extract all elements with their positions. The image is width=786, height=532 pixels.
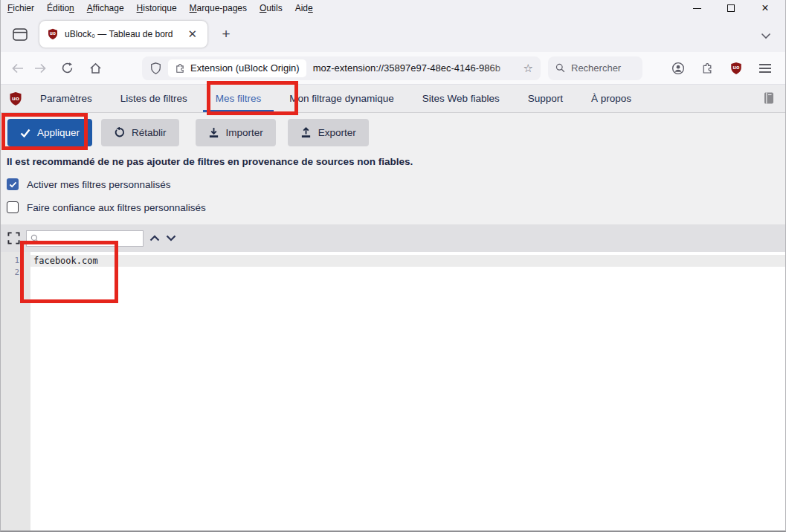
minimize-icon [693, 8, 701, 9]
new-tab-button[interactable]: + [215, 23, 237, 45]
import-button-label: Importer [226, 127, 263, 138]
export-button-label: Exporter [318, 127, 356, 138]
tab-strip: uo uBlock₀ — Tableau de bord ✕ + [1, 16, 785, 52]
line-number: 1 [1, 255, 30, 267]
untrusted-sources-warning: Il est recommandé de ne pas ajouter de f… [7, 156, 785, 167]
close-tab-button[interactable]: ✕ [184, 27, 200, 41]
book-icon [761, 91, 776, 106]
back-arrow-icon [12, 63, 24, 74]
window-controls: × [689, 1, 773, 15]
export-button[interactable]: Exporter [288, 119, 369, 146]
application-menu: Fichier Édition Affichage Historique Mar… [7, 3, 313, 13]
menu-edition[interactable]: Édition [47, 3, 74, 13]
search-input[interactable] [571, 62, 631, 74]
enable-my-filters-checkbox[interactable] [7, 178, 19, 190]
svg-text:uo: uo [12, 94, 19, 101]
hamburger-menu-icon [759, 64, 771, 73]
import-icon [208, 127, 219, 138]
tab-mon-filtrage-dynamique[interactable]: Mon filtrage dynamique [277, 85, 406, 112]
reload-icon [61, 62, 74, 74]
menu-affichage[interactable]: Affichage [87, 3, 124, 13]
extensions-button[interactable] [696, 57, 718, 80]
svg-text:uo: uo [50, 30, 56, 36]
reload-button[interactable] [56, 57, 78, 80]
ublock-toolbar-button[interactable]: uo [725, 57, 747, 80]
bookmark-star-icon[interactable]: ☆ [524, 62, 533, 75]
editor-expand-button[interactable] [7, 232, 20, 244]
menu-outils[interactable]: Outils [260, 3, 283, 13]
tab-sites-web-fiables[interactable]: Sites Web fiables [410, 85, 512, 112]
browser-window: Fichier Édition Affichage Historique Mar… [0, 0, 786, 532]
menu-bar: Fichier Édition Affichage Historique Mar… [1, 0, 785, 16]
chevron-down-icon [166, 235, 176, 241]
tab-support[interactable]: Support [515, 85, 576, 112]
search-next-button[interactable] [166, 235, 176, 241]
filter-line-facebook[interactable]: facebook.com [30, 255, 785, 267]
editor-search-field[interactable] [26, 230, 144, 247]
trust-filters-row: Faire confiance aux filtres personnalisé… [7, 201, 785, 213]
export-icon [300, 127, 312, 138]
shield-permissions-icon [149, 62, 162, 75]
tab-mes-filtres[interactable]: Mes filtres [203, 85, 274, 112]
apply-button[interactable]: Appliquer [7, 119, 92, 146]
documentation-button[interactable] [761, 91, 776, 106]
tab-listes-de-filtres[interactable]: Listes de filtres [108, 85, 200, 112]
back-button[interactable] [7, 57, 29, 80]
search-previous-button[interactable] [149, 235, 160, 241]
line-number: 2 [1, 267, 30, 279]
firefox-view-icon [13, 28, 28, 41]
filter-line-empty[interactable] [30, 267, 785, 279]
menu-aide[interactable]: Aide [295, 3, 313, 13]
chevron-down-icon [761, 33, 771, 39]
app-menu-button[interactable] [754, 57, 776, 80]
browser-tab-ublock-dashboard[interactable]: uo uBlock₀ — Tableau de bord ✕ [39, 21, 207, 48]
identity-badge[interactable]: Extension (uBlock Origin) [168, 59, 306, 77]
filter-actions-row: Appliquer Rétablir Importer [1, 113, 785, 146]
url-text: moz-extension://35897e97-48ec-4146-986b [313, 62, 521, 74]
address-bar[interactable]: Extension (uBlock Origin) moz-extension:… [142, 56, 541, 80]
tab-parametres[interactable]: Paramètres [28, 85, 105, 112]
filters-text-editor[interactable]: 1 2 facebook.com [1, 252, 785, 532]
tab-a-propos[interactable]: À propos [579, 85, 644, 112]
navigation-toolbar: Extension (uBlock Origin) moz-extension:… [1, 52, 785, 85]
revert-button[interactable]: Rétablir [101, 119, 179, 146]
dashboard-tab-bar: uo Paramètres Listes de filtres Mes filt… [1, 85, 785, 113]
trust-filters-checkbox[interactable] [7, 201, 19, 213]
import-button[interactable]: Importer [196, 119, 276, 146]
toolbar-right-icons: uo [667, 57, 776, 80]
enable-my-filters-label: Activer mes filtres personnalisés [27, 179, 171, 190]
list-all-tabs-button[interactable] [757, 27, 775, 45]
search-bar[interactable] [548, 56, 642, 80]
revert-arrow-icon [114, 127, 125, 138]
editor-code-area[interactable]: facebook.com [30, 252, 785, 532]
extension-puzzle-icon [175, 63, 185, 74]
forward-button[interactable] [29, 57, 51, 80]
my-filters-pane: Appliquer Rétablir Importer [1, 113, 785, 532]
menu-marque-pages[interactable]: Marque-pages [190, 3, 247, 13]
extensions-puzzle-icon [701, 62, 713, 74]
ublock-favicon: uo [47, 28, 59, 40]
search-icon [555, 63, 565, 73]
chevron-up-icon [149, 235, 160, 241]
tab-title: uBlock₀ — Tableau de bord [65, 29, 173, 39]
trust-filters-label: Faire confiance aux filtres personnalisé… [27, 202, 206, 213]
editor-search-input[interactable] [42, 233, 139, 244]
expand-icon [7, 232, 20, 244]
account-icon [671, 62, 685, 75]
revert-button-label: Rétablir [132, 127, 167, 138]
account-button[interactable] [667, 57, 689, 80]
close-window-button[interactable]: × [757, 1, 773, 15]
identity-badge-label: Extension (uBlock Origin) [190, 62, 300, 74]
menu-fichier[interactable]: Fichier [7, 3, 34, 13]
firefox-view-button[interactable] [8, 22, 32, 46]
home-button[interactable] [84, 57, 106, 80]
editor-toolbar [1, 224, 785, 252]
editor-search-icon [30, 234, 39, 243]
menu-historique[interactable]: Historique [137, 3, 177, 13]
minimize-button[interactable] [689, 1, 705, 15]
home-icon [89, 62, 102, 74]
maximize-button[interactable] [723, 1, 739, 15]
checkbox-check-icon [9, 181, 17, 188]
ublock-logo-icon: uo [8, 91, 23, 106]
svg-text:uo: uo [733, 64, 740, 71]
